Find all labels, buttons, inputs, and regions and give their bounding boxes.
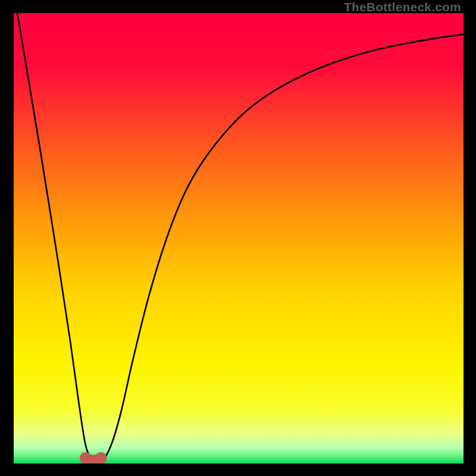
min-marker bbox=[95, 452, 107, 464]
chart-canvas bbox=[14, 13, 464, 464]
chart-frame: TheBottleneck.com bbox=[0, 0, 476, 476]
plot-area bbox=[14, 13, 464, 464]
gradient-background bbox=[14, 13, 464, 464]
attribution-label: TheBottleneck.com bbox=[344, 0, 461, 14]
